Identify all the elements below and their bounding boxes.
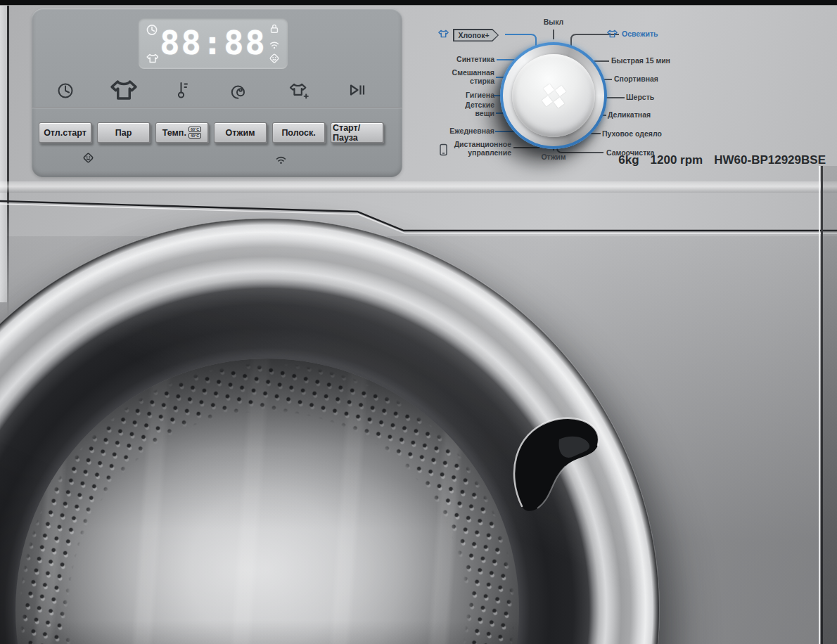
program-duvet: Пуховое одеяло [602,130,662,139]
program-self-clean: Самоочистка [606,149,654,157]
smart-smiley-icon [269,53,280,64]
knob-face [512,54,595,137]
temperature-badge: 60°C 40°C [189,127,201,139]
machine-left-edge [0,0,7,302]
cotton-garment-icon [437,28,449,39]
rinse-button[interactable]: Полоск. [272,122,326,143]
delay-clock-icon [146,23,158,36]
program-mixed-wash: Смешанная стирка [437,69,494,85]
model-number-label: HW60-BP12929BSE [714,153,826,167]
steam-icon [97,76,151,104]
knob-logo-icon [542,84,566,108]
function-icon-row [39,76,395,104]
program-wool: Шерсть [626,94,654,102]
program-cotton: Хлопок+ [454,30,498,41]
machine-right-side [823,166,837,644]
program-synthetics: Синтетика [456,56,494,64]
start-pause-button[interactable]: Старт/Пауза [331,122,384,143]
program-spin: Отжим [533,153,574,162]
panel-divider [32,107,402,108]
button-row: Отл.старт Пар Темп. 60°C 40°C Отжим Поло… [39,122,395,143]
program-refresh: Освежить [622,30,658,39]
program-sport: Спортивная [614,75,658,84]
door-handle[interactable] [492,390,647,541]
program-hygiene: Гигиена [466,91,494,100]
program-knob[interactable] [500,42,607,149]
wifi-status-icon [275,153,287,165]
child-lock-icon [269,23,280,34]
program-daily: Ежедневная [449,127,494,136]
steam-button[interactable]: Пар [97,122,151,143]
program-quick-15: Быстрая 15 мин [611,57,670,65]
wifi-icon [269,39,280,49]
refresh-garment-icon [606,28,618,39]
led-display: 88:88 [139,18,288,69]
program-cotton-tag: Хлопок+ [453,29,499,41]
temperature-icon [155,76,209,104]
extra-rinse-icon [272,76,326,104]
program-remote-control: Дистанционное управление [434,141,511,157]
temperature-button[interactable]: Темп. 60°C 40°C [155,122,209,143]
control-panel: 88:88 [32,8,402,177]
program-baby-care: Детские вещи [455,101,494,117]
display-time: 88:88 [160,22,266,65]
spin-speed-label: 1200 rpm [651,153,703,167]
spin-icon [214,76,267,104]
start-pause-icon [331,76,384,104]
smart-status-icon [82,152,94,164]
delay-start-button[interactable]: Отл.старт [39,122,92,143]
body-crease-highlight [0,181,837,193]
garment-icon [146,52,158,64]
program-off: Выкл [535,18,573,27]
machine-top-edge [0,0,837,6]
spin-button[interactable]: Отжим [214,122,267,143]
washing-machine-front: 88:88 [0,0,837,644]
program-delicate: Деликатная [608,111,651,120]
machine-left-seam [7,0,9,316]
machine-right-seam-highlight [819,166,820,644]
delay-start-icon [39,76,92,104]
